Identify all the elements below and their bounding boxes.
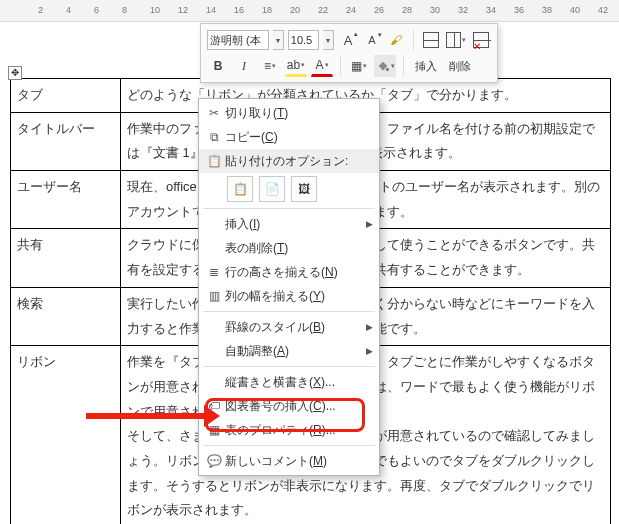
- paste-options-row: 📋 📄 🖼: [199, 173, 379, 205]
- menu-border-style[interactable]: 罫線のスタイル(B)▶: [199, 315, 379, 339]
- delete-label[interactable]: 削除: [445, 59, 475, 74]
- paste-option-merge-icon[interactable]: 📄: [259, 176, 285, 202]
- comment-icon: 💬: [203, 454, 225, 468]
- submenu-arrow-icon: ▶: [366, 322, 373, 332]
- menu-cut-label: 切り取り(T): [225, 105, 373, 122]
- submenu-arrow-icon: ▶: [366, 346, 373, 356]
- table-cell-label[interactable]: 共有: [11, 229, 121, 287]
- menu-autofit-label: 自動調整(A): [225, 343, 366, 360]
- menu-col-width[interactable]: ▥列の幅を揃える(Y): [199, 284, 379, 308]
- table-cell-label[interactable]: タブ: [11, 79, 121, 113]
- cut-icon: ✂: [203, 106, 225, 120]
- ruler-mark: 2: [38, 5, 43, 15]
- table-cell-label[interactable]: 検索: [11, 287, 121, 345]
- paint-bucket-icon: [376, 59, 390, 73]
- copy-icon: ⧉: [203, 130, 225, 144]
- increase-font-icon[interactable]: A: [338, 29, 358, 51]
- bold-icon[interactable]: B: [207, 55, 229, 77]
- submenu-arrow-icon: ▶: [366, 219, 373, 229]
- font-name-dropdown-icon[interactable]: ▾: [273, 30, 284, 50]
- font-name-combo[interactable]: 游明朝 (本: [207, 30, 269, 50]
- ruler-mark: 42: [598, 5, 608, 15]
- ruler-mark: 18: [262, 5, 272, 15]
- menu-delete-table-label: 表の削除(T): [225, 240, 373, 257]
- ruler-mark: 4: [66, 5, 71, 15]
- mini-toolbar: 游明朝 (本 ▾ 10.5 ▾ A A 🖌 B I ≡ ab A ▦ 挿入 削除: [200, 23, 498, 83]
- border-icon[interactable]: ▦: [348, 55, 370, 77]
- ruler-mark: 32: [458, 5, 468, 15]
- ruler-mark: 16: [234, 5, 244, 15]
- ruler-mark: 36: [514, 5, 524, 15]
- paste-option-keep-source-icon[interactable]: 📋: [227, 176, 253, 202]
- menu-copy[interactable]: ⧉ コピー(C): [199, 125, 379, 149]
- align-icon[interactable]: ≡: [259, 55, 281, 77]
- menu-border-style-label: 罫線のスタイル(B): [225, 319, 366, 336]
- ruler-mark: 34: [486, 5, 496, 15]
- menu-autofit[interactable]: 自動調整(A)▶: [199, 339, 379, 363]
- menu-delete-table[interactable]: 表の削除(T): [199, 236, 379, 260]
- shading-icon[interactable]: [374, 55, 396, 77]
- font-size-dropdown-icon[interactable]: ▾: [323, 30, 334, 50]
- ruler-mark: 10: [150, 5, 160, 15]
- menu-paste-header-label: 貼り付けのオプション:: [225, 153, 373, 170]
- highlight-icon[interactable]: ab: [285, 55, 307, 77]
- italic-icon[interactable]: I: [233, 55, 255, 77]
- menu-text-direction[interactable]: 縦書きと横書き(X)...: [199, 370, 379, 394]
- menu-new-comment-label: 新しいコメント(M): [225, 453, 373, 470]
- menu-insert-label: 挿入(I): [225, 216, 366, 233]
- ruler-mark: 20: [290, 5, 300, 15]
- ruler-mark: 38: [542, 5, 552, 15]
- menu-row-height[interactable]: ≣行の高さを揃える(N): [199, 260, 379, 284]
- menu-insert[interactable]: 挿入(I)▶: [199, 212, 379, 236]
- font-size-combo[interactable]: 10.5: [288, 30, 319, 50]
- insert-table-dropdown-icon[interactable]: [445, 29, 467, 51]
- paste-icon: 📋: [203, 154, 225, 168]
- menu-new-comment[interactable]: 💬新しいコメント(M): [199, 449, 379, 473]
- table-cell-label[interactable]: リボン: [11, 346, 121, 524]
- ruler-mark: 24: [346, 5, 356, 15]
- menu-text-direction-label: 縦書きと横書き(X)...: [225, 374, 373, 391]
- ruler-mark: 14: [206, 5, 216, 15]
- format-painter-icon[interactable]: 🖌: [386, 29, 406, 51]
- distribute-cols-icon: ▥: [203, 289, 225, 303]
- table-cell-label[interactable]: ユーザー名: [11, 171, 121, 229]
- ruler-mark: 6: [94, 5, 99, 15]
- menu-copy-label: コピー(C): [225, 129, 373, 146]
- annotation-highlight-box: [205, 398, 365, 432]
- ruler-mark: 26: [374, 5, 384, 15]
- insert-label[interactable]: 挿入: [411, 59, 441, 74]
- annotation-arrow: [86, 413, 206, 419]
- font-color-icon[interactable]: A: [311, 55, 333, 77]
- ruler-mark: 28: [402, 5, 412, 15]
- decrease-font-icon[interactable]: A: [362, 29, 382, 51]
- menu-cut[interactable]: ✂ 切り取り(T): [199, 101, 379, 125]
- table-cell-label[interactable]: タイトルバー: [11, 112, 121, 170]
- menu-paste-header: 📋 貼り付けのオプション:: [199, 149, 379, 173]
- insert-table-icon[interactable]: [421, 29, 441, 51]
- ruler-mark: 40: [570, 5, 580, 15]
- menu-row-height-label: 行の高さを揃える(N): [225, 264, 373, 281]
- table-move-handle-icon[interactable]: ✥: [8, 66, 22, 80]
- menu-col-width-label: 列の幅を揃える(Y): [225, 288, 373, 305]
- paste-option-picture-icon[interactable]: 🖼: [291, 176, 317, 202]
- distribute-rows-icon: ≣: [203, 265, 225, 279]
- svg-point-0: [385, 68, 389, 72]
- ruler-mark: 30: [430, 5, 440, 15]
- delete-table-icon[interactable]: [471, 29, 491, 51]
- horizontal-ruler: 24681012141618202224262830323436384042: [0, 0, 619, 22]
- ruler-mark: 22: [318, 5, 328, 15]
- ruler-mark: 12: [178, 5, 188, 15]
- ruler-mark: 8: [122, 5, 127, 15]
